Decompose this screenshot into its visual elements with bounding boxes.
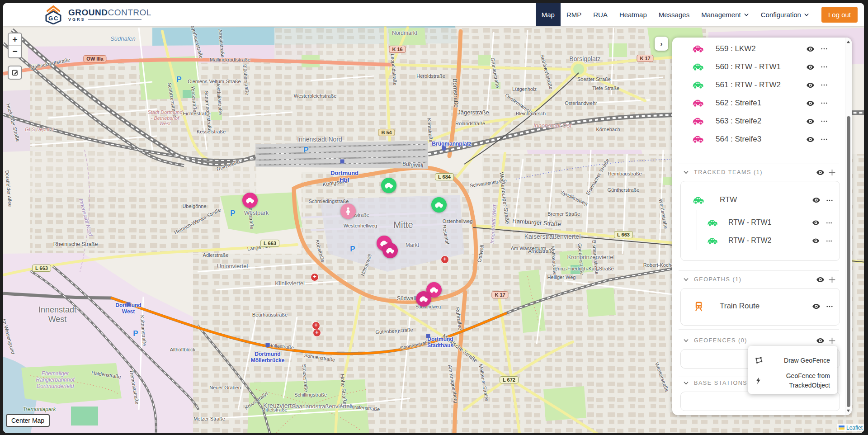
section-title: GEOPATHS (1): [694, 276, 742, 283]
tracked-object-row[interactable]: 559 : LKW2: [672, 40, 845, 58]
svg-text:G: G: [48, 15, 53, 22]
visibility-toggle-icon[interactable]: [806, 117, 815, 126]
tracked-object-row[interactable]: 560 : RTW - RTW1: [672, 58, 845, 76]
scroll-down-arrow-icon[interactable]: [846, 409, 850, 413]
visibility-toggle-icon[interactable]: [806, 45, 815, 53]
section-title: GEOFENCES (0): [694, 337, 747, 344]
chevron-down-icon[interactable]: [683, 277, 689, 283]
car-icon: [692, 135, 704, 144]
vehicle-marker[interactable]: [340, 203, 356, 219]
station-icon: [127, 303, 131, 307]
groundcontrol-logo-icon: G C: [43, 5, 64, 24]
sidebar-collapse-button[interactable]: ›: [655, 37, 668, 51]
attribution-link[interactable]: Leaflet: [846, 425, 863, 431]
nav-tab-heatmap[interactable]: Heatmap: [613, 3, 653, 26]
add-geofence-icon[interactable]: [829, 337, 835, 344]
map-attribution: Leaflet: [837, 424, 864, 431]
menu-item-geofence-from-trackedobject[interactable]: GeoFence from TrackedObject: [748, 369, 837, 392]
visibility-toggle-icon[interactable]: [816, 336, 825, 345]
section-header-geopaths: GEOPATHS (1): [672, 273, 845, 286]
menu-item-draw-geofence[interactable]: Draw GeoFence: [748, 350, 837, 370]
add-team-icon[interactable]: [829, 169, 835, 176]
lightning-icon: [755, 377, 763, 385]
visibility-toggle-icon[interactable]: [806, 63, 815, 71]
nav-tab-rua[interactable]: RUA: [587, 3, 613, 26]
more-options-icon[interactable]: [820, 63, 828, 71]
visibility-toggle-icon[interactable]: [806, 135, 815, 144]
car-icon: [429, 285, 439, 294]
more-options-icon[interactable]: [820, 45, 828, 53]
tracked-object-label: 562 : Streife1: [716, 99, 761, 108]
top-nav: G C GROUNDCONTROL VGRS Map RMP RUA Heatm…: [3, 3, 864, 26]
logout-button[interactable]: Log out: [821, 7, 858, 23]
more-options-icon[interactable]: [820, 81, 828, 89]
zoom-out-button[interactable]: −: [9, 45, 21, 57]
car-icon: [384, 181, 393, 190]
car-icon: [693, 196, 704, 205]
scroll-up-arrow-icon[interactable]: [846, 40, 850, 44]
team-member-row[interactable]: RTW - RTW2: [681, 232, 840, 251]
sidebar-scrollbar[interactable]: [845, 38, 852, 415]
geopath-card: Train Route: [680, 288, 840, 326]
tracked-object-row[interactable]: 561 : RTW - RTW2: [672, 76, 845, 94]
more-options-icon[interactable]: [826, 196, 834, 204]
nav-tab-configuration[interactable]: Configuration: [755, 3, 815, 26]
chevron-down-icon: [744, 12, 749, 18]
more-options-icon[interactable]: [820, 135, 828, 143]
visibility-toggle-icon[interactable]: [806, 81, 815, 90]
vehicle-marker[interactable]: [431, 197, 447, 213]
tracked-object-label: 563 : Streife2: [716, 117, 761, 126]
hospital-cross-icon: +: [441, 255, 449, 264]
menu-item-label: Draw GeoFence: [762, 356, 830, 365]
station-icon: [442, 147, 446, 151]
team-member-row[interactable]: RTW - RTW1: [681, 214, 840, 232]
nav-tab-management[interactable]: Management: [695, 3, 755, 26]
chevron-down-icon[interactable]: [683, 380, 689, 386]
zoom-control: + −: [8, 33, 22, 58]
svg-text:C: C: [54, 15, 58, 22]
visibility-toggle-icon[interactable]: [806, 99, 815, 108]
app-window: G C GROUNDCONTROL VGRS Map RMP RUA Heatm…: [3, 3, 864, 433]
visibility-toggle-icon[interactable]: [812, 302, 821, 311]
parking-icon: P: [303, 146, 308, 155]
more-options-icon[interactable]: [820, 99, 828, 107]
draw-edit-button[interactable]: [8, 66, 22, 80]
parking-icon: P: [230, 209, 235, 218]
vehicle-marker[interactable]: [242, 193, 258, 208]
zoom-in-button[interactable]: +: [9, 33, 21, 45]
more-options-icon[interactable]: [820, 117, 828, 125]
visibility-toggle-icon[interactable]: [816, 275, 825, 284]
more-options-icon[interactable]: [826, 303, 834, 311]
add-geopath-icon[interactable]: [829, 276, 835, 283]
team-row[interactable]: RTW: [681, 191, 840, 209]
geopath-row[interactable]: Train Route: [681, 298, 840, 316]
more-options-icon[interactable]: [826, 219, 833, 227]
nav-tab-rmp[interactable]: RMP: [561, 3, 587, 26]
vehicle-marker[interactable]: [382, 243, 398, 258]
section-header-geofences: GEOFENCES (0): [672, 334, 845, 347]
nav-tab-map[interactable]: Map: [536, 3, 561, 26]
center-map-button[interactable]: Center Map: [6, 414, 50, 427]
tracked-object-row[interactable]: 563 : Streife2: [672, 112, 845, 130]
brand-logo: G C GROUNDCONTROL VGRS: [3, 5, 151, 24]
chevron-down-icon[interactable]: [683, 170, 689, 175]
vehicle-marker[interactable]: [416, 291, 431, 307]
more-options-icon[interactable]: [826, 237, 833, 245]
visibility-toggle-icon[interactable]: [812, 237, 820, 245]
visibility-toggle-icon[interactable]: [812, 219, 820, 227]
nav-tab-messages[interactable]: Messages: [653, 3, 695, 26]
tracked-object-row[interactable]: 562 : Streife1: [672, 94, 845, 112]
scrollbar-thumb[interactable]: [847, 116, 850, 407]
parking-icon: P: [350, 245, 355, 254]
chevron-down-icon[interactable]: [683, 338, 689, 344]
car-icon: [692, 117, 704, 126]
visibility-toggle-icon[interactable]: [816, 168, 825, 177]
hospital-cross-icon: +: [313, 329, 321, 337]
car-icon: [707, 219, 718, 227]
tracked-object-row[interactable]: 564 : Streife3: [672, 130, 845, 148]
tracked-object-label: 564 : Streife3: [716, 135, 761, 144]
visibility-toggle-icon[interactable]: [812, 196, 821, 204]
team-name: RTW: [720, 195, 737, 204]
vehicle-marker[interactable]: [381, 178, 396, 193]
nav-items: Map RMP RUA Heatmap Messages Management …: [536, 3, 864, 26]
